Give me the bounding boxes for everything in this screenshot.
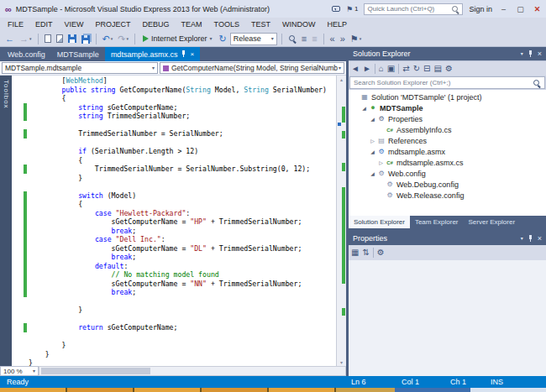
expanded-arrow-icon[interactable]: ◢ [360, 105, 368, 111]
type-dropdown-value: MDTSample.mdtsample [5, 64, 81, 72]
properties-icon[interactable]: ⚙ [445, 65, 453, 73]
toolbar-button-save-icon[interactable] [66, 32, 78, 46]
expanded-arrow-icon[interactable]: ◢ [369, 170, 376, 176]
menu-debug[interactable]: DEBUG [137, 20, 176, 29]
solution-search-input[interactable]: Search Solution Explorer (Ctrl+;) [349, 76, 545, 89]
collapsed-arrow-icon[interactable]: ▷ [377, 159, 385, 165]
pin-icon[interactable] [528, 235, 533, 243]
menu-team[interactable]: TEAM [176, 20, 208, 29]
tree-item-mdtsample-asmx-cs[interactable]: ▷C#mdtsample.asmx.cs [349, 157, 546, 168]
tree-item-solution-mdtsample-1-project[interactable]: ▦Solution 'MDTSample' (1 project) [349, 91, 546, 102]
toolbar-button-comment-selection-icon[interactable]: ≡ [300, 32, 308, 46]
scroll-down-icon[interactable]: ▾ [337, 359, 346, 365]
switch-views-icon[interactable]: ▣ [387, 65, 395, 73]
home-icon[interactable]: ⌂ [379, 65, 384, 73]
change-tracking-bar [24, 165, 27, 174]
toolbar-button-navigate-backward-icon[interactable]: ← [3, 32, 16, 46]
toolbar-button-browser-link-refresh-icon[interactable]: ↻ [218, 32, 228, 46]
refresh-icon[interactable]: ↻ [413, 65, 420, 73]
property-pages-icon[interactable]: ⚙ [377, 248, 385, 257]
toolbar-button-find-in-files-icon[interactable] [286, 32, 298, 46]
close-icon[interactable]: × [538, 234, 542, 243]
close-icon[interactable]: × [538, 50, 542, 58]
code-line [29, 182, 336, 191]
configuration-value: Release [234, 34, 271, 43]
notifications-button[interactable]: ⚑ 1 [346, 5, 359, 13]
menu-tools[interactable]: TOOLS [208, 20, 245, 29]
menu-help[interactable]: HELP [321, 20, 353, 29]
code-line: [WebMethod] [29, 76, 336, 86]
solution-tree: ▦Solution 'MDTSample' (1 project)◢●MDTSa… [349, 90, 546, 216]
tree-item-web-debug-config[interactable]: ⚙Web.Debug.config [349, 179, 546, 190]
quick-launch-input[interactable]: Quick Launch (Ctrl+Q) [364, 3, 463, 15]
toolbar-button-increase-indent-icon[interactable]: » [339, 32, 347, 46]
toolbar-button-save-all-icon[interactable] [80, 32, 92, 46]
code-line: } [29, 350, 336, 359]
close-icon[interactable]: × [190, 50, 194, 58]
sync-with-active-document-icon[interactable]: ⇄ [402, 65, 409, 73]
window-position-icon[interactable]: ▾ [521, 51, 523, 56]
tree-item-web-release-config[interactable]: ⚙Web.Release.config [349, 190, 546, 201]
document-tab-web-config[interactable]: Web.config [2, 47, 51, 61]
tree-item-mdtsample-asmx[interactable]: ◢⚙mdtsample.asmx [349, 146, 546, 157]
pin-icon[interactable] [528, 50, 533, 58]
editor-horizontal-scrollbar[interactable] [39, 366, 346, 376]
toolbar-button-undo-icon[interactable]: ↶▾ [101, 32, 115, 46]
run-button[interactable]: Internet Explorer▾ [139, 32, 216, 46]
se-back-icon[interactable]: ◄ [351, 65, 360, 73]
panel-tab-server-explorer[interactable]: Server Explorer [464, 216, 521, 228]
tree-item-web-config[interactable]: ◢⚙Web.config [349, 168, 546, 179]
windows-taskbar-strip[interactable] [0, 388, 546, 392]
toolbar-button-new-file-icon[interactable] [43, 32, 53, 46]
toolbar-separator [323, 34, 324, 44]
scroll-up-icon[interactable]: ▴ [337, 76, 346, 82]
toolbar-button-decrease-indent-icon[interactable]: « [328, 32, 337, 46]
maximize-button[interactable]: ▢ [515, 5, 526, 13]
document-tab-mdtsample[interactable]: MDTSample [51, 47, 105, 61]
scrollbar-thumb[interactable] [41, 368, 150, 374]
flag-icon: ⚑ [346, 5, 353, 13]
tree-item-assemblyinfo-cs[interactable]: C#AssemblyInfo.cs [349, 124, 546, 135]
document-tab-mdtsample-asmx-cs[interactable]: mdtsample.asmx.cs× [105, 47, 200, 61]
expanded-arrow-icon[interactable]: ◢ [369, 116, 376, 122]
toolbar-button-uncomment-selection-icon[interactable]: ≡ [310, 32, 318, 46]
feedback-icon[interactable] [332, 6, 340, 12]
member-dropdown[interactable]: GetComputerName(String Model, String Ser… [160, 62, 344, 74]
references-icon: ▤ [376, 138, 386, 144]
panel-tab-team-explorer[interactable]: Team Explorer [410, 216, 464, 228]
pin-icon[interactable] [181, 50, 186, 58]
panel-tab-solution-explorer[interactable]: Solution Explorer [349, 216, 410, 228]
tree-item-properties[interactable]: ◢⚙Properties [349, 113, 546, 124]
tree-item-references[interactable]: ▷▤References [349, 135, 546, 146]
close-button[interactable]: ✕ [532, 5, 543, 13]
minimize-button[interactable]: – [498, 5, 509, 13]
type-dropdown[interactable]: MDTSample.mdtsample ▾ [2, 62, 158, 74]
menu-edit[interactable]: EDIT [29, 20, 59, 29]
categorized-icon[interactable]: ▦ [351, 248, 359, 257]
toolbar-button-bookmark-icon[interactable]: ⚑▾ [349, 32, 363, 46]
toolbar-button-redo-icon[interactable]: ↷▾ [116, 32, 130, 46]
menu-window[interactable]: WINDOW [276, 20, 322, 29]
menu-project[interactable]: PROJECT [90, 20, 137, 29]
sign-in-link[interactable]: Sign in [469, 5, 492, 13]
se-forward-icon[interactable]: ► [363, 65, 371, 73]
toolbar-button-navigate-forward-icon[interactable]: →▾ [18, 32, 34, 46]
collapsed-arrow-icon[interactable]: ▷ [369, 138, 376, 144]
editor-vertical-scrollbar[interactable]: ▴ ▾ [336, 76, 346, 366]
menu-view[interactable]: VIEW [59, 20, 90, 29]
solution-explorer-panel: Solution Explorer ▾ × ◄►⌂▣⇄↻⊟▤⚙ Search S… [349, 47, 546, 228]
show-all-files-icon[interactable]: ▤ [433, 65, 441, 73]
window-position-icon[interactable]: ▾ [521, 236, 523, 241]
solution-configuration-combo[interactable]: Release▾ [230, 33, 277, 45]
menu-test[interactable]: TEST [245, 20, 276, 29]
toolbox-tab[interactable]: Toolbox [0, 76, 12, 366]
menu-file[interactable]: FILE [2, 20, 29, 29]
tree-item-mdtsample[interactable]: ◢●MDTSample [349, 102, 546, 113]
toolbar-button-open-file-icon[interactable] [55, 32, 65, 46]
zoom-value: 100 % [3, 368, 33, 375]
collapse-all-icon[interactable]: ⊟ [423, 65, 430, 73]
expanded-arrow-icon[interactable]: ◢ [369, 149, 376, 154]
code-editor[interactable]: [WebMethod] public string GetComputerNam… [12, 76, 336, 366]
alphabetical-icon[interactable]: ⇅ [362, 248, 369, 257]
zoom-control[interactable]: 100 % ▾ [0, 366, 39, 376]
